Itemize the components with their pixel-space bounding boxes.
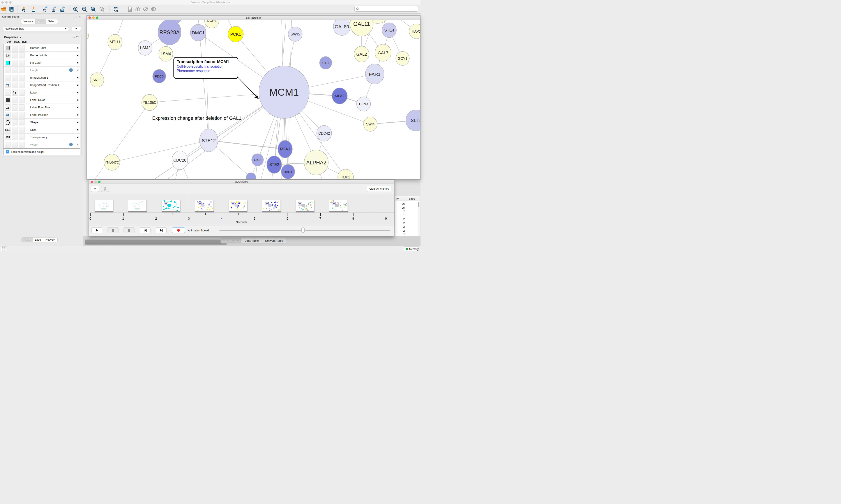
property-c2-cell[interactable] <box>19 119 24 125</box>
network-node-GCY1[interactable]: GCY1 <box>396 51 409 66</box>
property-c0-cell[interactable]: 2.0 <box>5 52 11 58</box>
annotation-link-1[interactable]: Cell-type-specific transcription <box>177 65 235 69</box>
zoom-window-icon[interactable] <box>98 181 101 183</box>
property-c2-cell[interactable] <box>19 127 24 133</box>
network-node-PCK1[interactable]: PCK1 <box>228 26 243 42</box>
network-canvas[interactable]: DCP1RPS28ADMC1PCK1MTH1LSM2LSM4SNF3PDC5YI… <box>87 20 420 179</box>
open-session-icon[interactable] <box>1 6 6 12</box>
property-row[interactable]: Shape <box>3 119 80 126</box>
save-session-icon[interactable] <box>9 6 15 12</box>
window-zoom-icon[interactable] <box>9 1 12 4</box>
network-node-BAR1[interactable]: BAR1 <box>281 164 295 179</box>
tab-network-table[interactable]: Network Table <box>262 238 286 243</box>
network-node-CLN3[interactable]: CLN3 <box>357 97 371 111</box>
property-c1-cell[interactable] <box>12 60 18 66</box>
property-c0-cell[interactable] <box>5 45 11 51</box>
import-table-icon[interactable] <box>31 6 36 12</box>
property-c2-cell[interactable] <box>19 45 24 51</box>
network-node-YIL105C[interactable]: YIL105C <box>142 94 158 111</box>
property-c2-cell[interactable] <box>19 97 24 103</box>
current-style-dropdown[interactable]: galFiltered Style <box>3 26 69 31</box>
property-c1-cell[interactable] <box>12 119 18 125</box>
export-table-icon[interactable] <box>51 6 56 12</box>
speed-slider-thumb[interactable] <box>301 227 305 233</box>
property-c2-cell[interactable] <box>19 82 24 88</box>
property-c0-cell[interactable] <box>5 75 11 81</box>
collapse-arrow-icon[interactable] <box>77 69 78 71</box>
close-panel-icon[interactable]: ✕ <box>79 15 81 18</box>
cyanimator-titlebar[interactable]: CyAnimator <box>89 180 394 184</box>
property-c1-cell[interactable] <box>12 90 18 96</box>
property-c2-cell[interactable] <box>19 67 24 73</box>
collapse-arrow-icon[interactable] <box>77 121 78 124</box>
tab-style[interactable]: Style <box>35 19 46 24</box>
speed-slider[interactable] <box>219 230 390 231</box>
network-node-STE12[interactable]: STE12 <box>199 129 218 152</box>
tab-select[interactable]: Select <box>46 19 58 24</box>
tab-node-table[interactable]: Node Table <box>221 238 241 243</box>
collapse-arrow-icon[interactable] <box>77 91 78 94</box>
property-row[interactable]: Fill Color <box>3 59 80 67</box>
info-icon[interactable]: i <box>69 143 73 146</box>
keyframe-thumbnail-7[interactable] <box>329 200 348 212</box>
property-row[interactable]: Label Color <box>3 96 80 104</box>
default-value[interactable]: 255 <box>5 136 10 139</box>
table-cell[interactable]: 2 <box>396 229 405 232</box>
keyframe-thumbnail-2[interactable] <box>162 200 180 212</box>
skip-to-end-button[interactable] <box>156 228 167 233</box>
network-node-STE4[interactable]: STE4 <box>382 23 396 38</box>
network-node-SNF3[interactable]: SNF3 <box>90 73 104 87</box>
network-node-MFA1[interactable]: MFA1 <box>278 140 292 158</box>
table-cell[interactable]: 1 <box>396 214 405 217</box>
collapse-arrow-icon[interactable] <box>77 136 78 138</box>
refresh-icon[interactable] <box>113 6 119 12</box>
pause-button[interactable] <box>108 228 119 233</box>
property-c0-cell[interactable] <box>5 82 11 88</box>
default-value[interactable]: 50.0 <box>5 128 10 131</box>
property-c0-cell[interactable] <box>5 142 11 148</box>
expand-all-icon[interactable]: ⌄⌄ ⌃⌃ <box>71 36 78 39</box>
network-node-GIC2[interactable]: GIC2 <box>252 154 264 166</box>
network-node-GAL80[interactable]: GAL80 <box>333 20 351 35</box>
copy-network-icon[interactable] <box>127 6 133 12</box>
memory-button[interactable]: Memory <box>404 247 419 251</box>
keyframe-thumbnail-6[interactable] <box>296 200 314 212</box>
close-window-icon[interactable] <box>91 181 93 183</box>
show-panels-button[interactable] <box>1 247 7 251</box>
property-row[interactable]: Image/Chart Position 1 <box>3 82 80 89</box>
table-cell[interactable]: 2 <box>396 221 405 224</box>
info-icon[interactable]: i <box>69 68 73 72</box>
property-row[interactable]: 12Label Font Size <box>3 104 80 111</box>
property-c1-cell[interactable] <box>12 75 18 81</box>
add-frame-button[interactable]: + <box>91 186 99 192</box>
network-node-GAL7[interactable]: GAL7 <box>375 44 391 61</box>
network-node-PDC5[interactable]: PDC5 <box>153 69 166 83</box>
window-minimize-icon[interactable] <box>5 1 8 4</box>
timeline[interactable]: 0123456789 Seconds <box>89 194 394 226</box>
property-row[interactable]: Image/Chart 1 <box>3 74 80 82</box>
network-node-DMC1[interactable]: DMC1 <box>190 24 206 41</box>
stop-button[interactable] <box>124 228 135 233</box>
zoom-selected-icon[interactable] <box>99 6 105 12</box>
property-c2-cell[interactable] <box>19 90 24 96</box>
network-node-SWI5[interactable]: SWI5 <box>288 27 302 41</box>
tab-edge-table[interactable]: Edge Table <box>241 238 262 243</box>
property-c1-cell[interactable] <box>12 105 18 111</box>
property-c2-cell[interactable] <box>19 105 24 111</box>
property-c0-cell[interactable]: 12 <box>5 105 11 111</box>
network-node-LSM2[interactable]: LSM2 <box>138 40 152 55</box>
property-row[interactable]: 2.0Border Width <box>3 52 80 59</box>
collapse-arrow-icon[interactable] <box>77 54 78 56</box>
network-node-STE2[interactable]: STE2 <box>267 156 282 174</box>
network-node-MTH1[interactable]: MTH1 <box>108 34 122 50</box>
network-node-CDC42[interactable]: CDC42 <box>317 125 332 141</box>
network-node-GAL2[interactable]: GAL2 <box>354 46 369 62</box>
collapse-arrow-icon[interactable] <box>77 106 78 109</box>
default-value[interactable]: 12 <box>5 106 10 109</box>
close-window-icon[interactable] <box>88 16 91 19</box>
table-scrollbar[interactable] <box>418 202 419 240</box>
property-c1-cell[interactable] <box>12 67 18 73</box>
property-c0-cell[interactable] <box>5 119 11 125</box>
mcm1-annotation[interactable]: Transcription factor MCM1 Cell-type-spec… <box>174 57 238 79</box>
table-cell[interactable]: 2 <box>396 233 405 236</box>
